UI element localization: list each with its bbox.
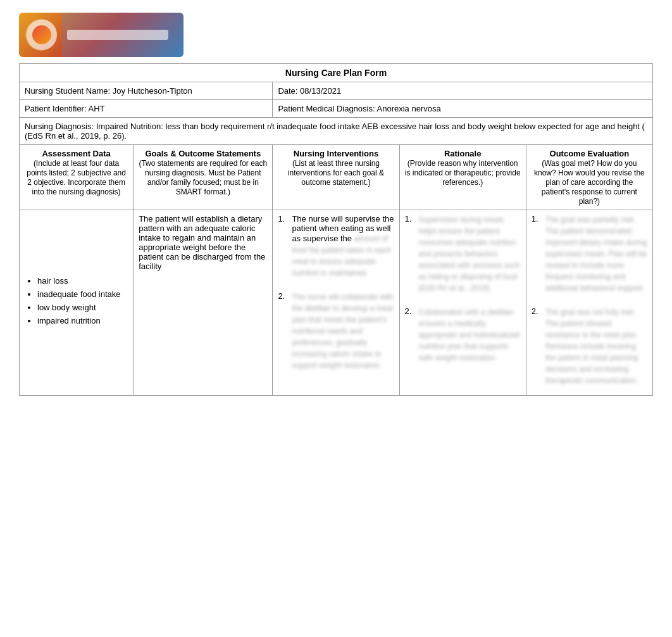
outcome-1-blurred: The goal was partially met. The patient … — [545, 214, 647, 294]
patient-id-label: Patient Identifier: — [25, 104, 87, 113]
bullet-low-body-weight: low body weight — [37, 303, 128, 312]
header-rationale-sub: (Provide reason why intervention is indi… — [405, 159, 521, 187]
header-interventions-sub: (List at least three nursing interventio… — [288, 159, 384, 187]
interventions-cell: 1. The nurse will supervise the patient … — [273, 210, 399, 396]
header-interventions-label: Nursing Interventions — [294, 149, 378, 158]
outcome-cell: 1. The goal was partially met. The patie… — [526, 210, 652, 396]
rationale-2-num: 2. — [405, 306, 415, 363]
patient-diag-row: Patient Identifier: AHT Patient Medical … — [20, 100, 653, 118]
header-rationale-label: Rationale — [444, 149, 482, 158]
header-outcome-label: Outcome Evaluation — [550, 149, 630, 158]
nursing-diag-label: Nursing Diagnosis: — [25, 122, 94, 131]
rationale-1-blurred: Supervision during meals helps ensure th… — [419, 214, 521, 294]
intervention-2-blurred: The nurse will collaborate with the diet… — [292, 291, 394, 371]
outcome-2-num: 2. — [532, 306, 542, 386]
intervention-2-num: 2. — [278, 291, 288, 371]
outcome-1-num: 1. — [532, 214, 542, 294]
patient-id-cell: Patient Identifier: AHT — [20, 100, 273, 118]
date-label: Date: — [278, 86, 297, 96]
nursing-diag-cell: Nursing Diagnosis: Impaired Nutrition: l… — [20, 118, 653, 145]
header-assessment-sub: (Include at least four data points liste… — [27, 159, 126, 196]
page-wrapper: Nursing Care Plan Form Nursing Student N… — [0, 0, 672, 637]
outcome-1: 1. The goal was partially met. The patie… — [532, 214, 647, 294]
student-date-row: Nursing Student Name: Joy Hutcheson-Tipt… — [20, 82, 653, 100]
header-goals: Goals & Outcome Statements (Two statemen… — [134, 145, 273, 210]
header-rationale: Rationale (Provide reason why interventi… — [399, 145, 526, 210]
medical-diag-value: Anorexia nervosa — [377, 104, 441, 113]
intervention-1-text: The nurse will supervise the patient whe… — [292, 214, 394, 279]
outcome-2: 2. The goal was not fully met. The patie… — [532, 306, 647, 386]
content-row: hair loss inadequate food intake low bod… — [20, 210, 653, 396]
nursing-diag-row: Nursing Diagnosis: Impaired Nutrition: l… — [20, 118, 653, 145]
column-headers-row: Assessment Data (Include at least four d… — [20, 145, 653, 210]
header-outcome: Outcome Evaluation (Was goal met? How do… — [526, 145, 652, 210]
header-goals-sub: (Two statements are required for each nu… — [139, 159, 267, 196]
student-name-label: Nursing Student Name: — [25, 86, 110, 96]
header-goals-label: Goals & Outcome Statements — [145, 149, 261, 158]
form-title: Nursing Care Plan Form — [20, 64, 653, 82]
logo-box — [19, 13, 184, 57]
patient-id-value: AHT — [88, 104, 104, 113]
outcome-2-blurred: The goal was not fully met. The patient … — [545, 306, 647, 386]
bullet-impaired-nutrition: impaired nutrition — [37, 316, 128, 325]
bullet-hair-loss: hair loss — [37, 276, 128, 286]
intervention-2: 2. The nurse will collaborate with the d… — [278, 291, 394, 371]
header-interventions: Nursing Interventions (List at least thr… — [273, 145, 399, 210]
intervention-1-num: 1. — [278, 214, 288, 279]
assessment-bullet-list: hair loss inadequate food intake low bod… — [25, 276, 128, 325]
nursing-diag-value: Impaired Nutrition: less than body requi… — [25, 122, 645, 141]
rationale-2-blurred: Collaboration with a dietitian ensures a… — [419, 306, 521, 363]
intervention-1: 1. The nurse will supervise the patient … — [278, 214, 394, 279]
date-value: 08/13/2021 — [300, 86, 341, 96]
rationale-cell: 1. Supervision during meals helps ensure… — [399, 210, 526, 396]
rationale-2: 2. Collaboration with a dietitian ensure… — [405, 306, 521, 363]
bullet-inadequate-food: inadequate food intake — [37, 289, 128, 299]
goals-cell: The patient will establish a dietary pat… — [134, 210, 273, 396]
student-name-value: Joy Hutcheson-Tipton — [113, 86, 192, 96]
assessment-cell: hair loss inadequate food intake low bod… — [20, 210, 134, 396]
rationale-1: 1. Supervision during meals helps ensure… — [405, 214, 521, 294]
header-outcome-sub: (Was goal met? How do you know? How woul… — [534, 159, 645, 206]
medical-diag-cell: Patient Medical Diagnosis: Anorexia nerv… — [273, 100, 653, 118]
logo-area — [19, 13, 653, 57]
date-cell: Date: 08/13/2021 — [273, 82, 653, 100]
goals-text: The patient will establish a dietary pat… — [139, 214, 265, 271]
main-table: Nursing Care Plan Form Nursing Student N… — [19, 63, 653, 396]
header-assessment-label: Assessment Data — [42, 149, 110, 158]
rationale-1-num: 1. — [405, 214, 415, 294]
medical-diag-label: Patient Medical Diagnosis: — [278, 104, 375, 113]
header-assessment: Assessment Data (Include at least four d… — [20, 145, 134, 210]
student-name-cell: Nursing Student Name: Joy Hutcheson-Tipt… — [20, 82, 273, 100]
title-row: Nursing Care Plan Form — [20, 64, 653, 82]
